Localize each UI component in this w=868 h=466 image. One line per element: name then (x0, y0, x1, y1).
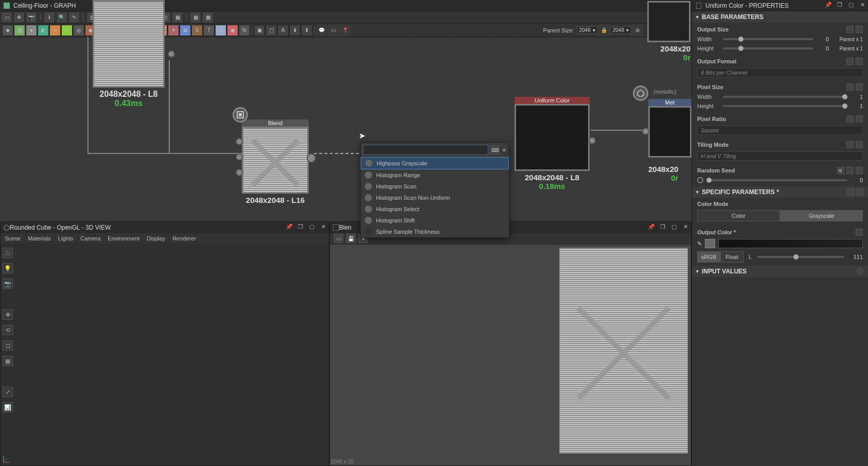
search-result-item[interactable]: Spline Sample Thickness (361, 226, 509, 237)
lib-dirblur-icon[interactable]: ⫽ (61, 25, 73, 36)
window-maximize-icon[interactable]: ▢ (670, 223, 678, 230)
tool-search-icon[interactable]: 🔍 (57, 13, 66, 22)
move-icon[interactable]: ✥ (3, 309, 13, 320)
pin-icon[interactable]: 📌 (648, 223, 655, 230)
close-icon[interactable]: ✕ (682, 223, 689, 230)
expose-icon[interactable] (846, 26, 854, 33)
menu-camera[interactable]: Camera (80, 235, 100, 241)
size-combo[interactable]: 2048 ▾ (610, 26, 631, 34)
lock-icon[interactable]: 🔒 (598, 25, 610, 36)
wireframe-icon[interactable]: ▦ (3, 356, 13, 366)
tool-grid1-icon[interactable]: ▦ (191, 13, 200, 22)
menu-renderer[interactable]: Renderer (172, 235, 196, 241)
lib-input-icon[interactable]: ⬇ (289, 25, 300, 36)
menu-icon[interactable] (856, 141, 863, 148)
node-output-port[interactable] (589, 137, 596, 144)
lib-comment-icon[interactable]: 💬 (316, 25, 327, 36)
menu-icon[interactable] (857, 188, 864, 196)
search-result-item[interactable]: Histogram Select (361, 203, 509, 215)
color-button[interactable]: Color (697, 210, 780, 221)
tool-flow-icon[interactable]: ▦ (173, 13, 182, 22)
node-output-port[interactable] (307, 153, 316, 163)
tiling-mode-dropdown[interactable]: H and V Tiling (697, 151, 863, 161)
pixel-width-slider[interactable] (723, 96, 847, 98)
lib-output-icon[interactable]: ⬆ (301, 25, 312, 36)
lib-pin-icon[interactable]: 📍 (340, 25, 351, 36)
parent-size-combo[interactable]: 2048 ▾ (577, 26, 598, 34)
lib-transform-icon[interactable]: ⤡ (215, 25, 226, 36)
node-blend[interactable]: Blend 2048x2048 - L16 (242, 119, 309, 204)
search-result-item[interactable]: Histogram Scan (361, 181, 509, 192)
lib-blur-icon[interactable]: ● (26, 25, 37, 36)
node-uniform-color[interactable]: Uniform Color 2048x2048 - L8 0.18ms (515, 97, 590, 191)
window-restore-icon[interactable]: ❐ (297, 223, 304, 230)
lib-distance-icon[interactable]: ◎ (73, 25, 84, 36)
pixel-ratio-dropdown[interactable]: Square (697, 126, 863, 135)
lib-svg-icon[interactable]: S (191, 25, 203, 36)
lib-warp-icon[interactable]: ◉ (227, 25, 238, 36)
node-input-port[interactable] (236, 153, 243, 161)
section-base-parameters[interactable]: ▾ BASE PARAMETERS (692, 11, 868, 23)
window-maximize-icon[interactable]: ▢ (847, 1, 855, 8)
lib-shuffle-icon[interactable]: ⊠ (180, 25, 191, 36)
viewport-2d[interactable] (330, 245, 691, 465)
section-specific-parameters[interactable]: ▾ SPECIFIC PARAMETERS * (692, 186, 868, 198)
seed-radio[interactable] (697, 177, 703, 183)
save-icon[interactable]: 💾 (346, 234, 356, 243)
window-maximize-icon[interactable]: ▢ (308, 223, 315, 230)
search-result-item[interactable]: Histogram Range (361, 169, 509, 181)
section-input-values[interactable]: ▾ INPUT VALUES (692, 266, 868, 277)
close-icon[interactable]: ✕ (859, 1, 866, 8)
lib-channels-icon[interactable]: ◐ (38, 25, 49, 36)
expose-icon[interactable] (846, 115, 854, 123)
tool-select-icon[interactable]: ▭ (2, 13, 11, 22)
graph-canvas[interactable]: 2048x2048 - L8 0.43ms Blend 2048x2048 - … (0, 37, 692, 212)
grayscale-button[interactable]: Grayscale (780, 210, 863, 221)
float-button[interactable]: Float (720, 251, 743, 263)
menu-display[interactable]: Display (147, 235, 165, 241)
lib-bitmap-icon[interactable]: ▣ (254, 25, 265, 36)
star-icon[interactable]: ★ (502, 147, 507, 153)
node-input-port[interactable] (236, 169, 243, 176)
menu-materials[interactable]: Materials (28, 235, 51, 241)
camera-icon[interactable]: 🎥 (3, 248, 13, 258)
search-result-item[interactable]: Highpass Grayscale (361, 157, 509, 169)
lib-fxmap-icon[interactable]: fx (239, 25, 250, 36)
gradient-bar[interactable] (718, 239, 863, 248)
expose-icon[interactable] (846, 167, 854, 174)
reset-icon[interactable]: ⊘ (632, 25, 643, 36)
tool-info-icon[interactable]: ℹ (45, 13, 54, 22)
node-search-input[interactable] (363, 145, 488, 155)
srgb-button[interactable]: sRGB (697, 251, 720, 263)
copy-icon[interactable] (847, 188, 855, 196)
cube-icon[interactable]: ◻ (3, 340, 13, 351)
open-icon[interactable]: ▭ (334, 234, 343, 243)
fit-icon[interactable]: ⤢ (3, 387, 13, 397)
lib-uniform-icon[interactable]: ■ (2, 25, 13, 36)
width-slider[interactable] (723, 38, 813, 40)
gizmo-icon[interactable] (3, 455, 11, 463)
light-icon[interactable]: 💡 (3, 263, 13, 273)
random-seed-slider[interactable] (706, 179, 847, 181)
lib-font-icon[interactable]: A (277, 25, 289, 36)
menu-icon[interactable] (856, 26, 863, 33)
menu-scene[interactable]: Scene (5, 235, 21, 241)
expose-icon[interactable] (846, 141, 854, 148)
luminance-slider[interactable] (757, 256, 844, 258)
eyedropper-icon[interactable]: ✎ (697, 240, 702, 247)
pin-icon[interactable]: 📌 (286, 223, 293, 230)
menu-lights[interactable]: Lights (58, 235, 73, 241)
lib-frame-icon[interactable]: ▭ (328, 25, 339, 36)
pixel-height-slider[interactable] (723, 105, 847, 107)
lib-blend-icon[interactable]: ▨ (14, 25, 25, 36)
keyboard-icon[interactable]: ⌨ (490, 145, 500, 154)
lib-sharpen-icon[interactable]: ✦ (168, 25, 179, 36)
menu-icon[interactable] (856, 229, 863, 236)
close-icon[interactable]: ✕ (320, 223, 327, 230)
shuffle-icon[interactable]: ⤨ (837, 167, 844, 174)
tool-highlight-icon[interactable]: ✎ (69, 13, 79, 22)
color-swatch[interactable] (705, 239, 715, 248)
menu-icon[interactable] (856, 167, 863, 174)
pin-icon[interactable]: 📌 (825, 1, 832, 8)
menu-environment[interactable]: Environment (108, 235, 139, 241)
